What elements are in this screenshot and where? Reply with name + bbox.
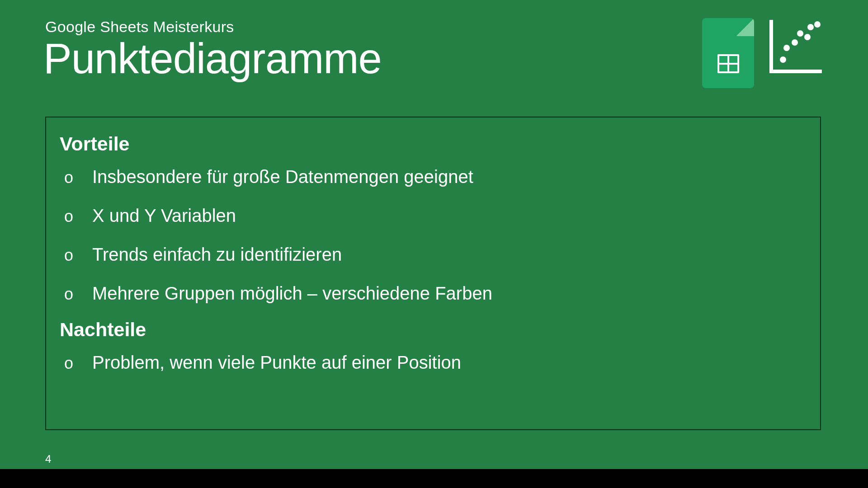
bullet-marker: o — [64, 354, 92, 372]
slide-title: Punktediagramme — [43, 34, 382, 83]
slide: Google Sheets Meisterkurs Punktediagramm… — [0, 0, 868, 469]
bullet-marker: o — [64, 246, 92, 264]
slide-subtitle: Google Sheets Meisterkurs — [45, 18, 234, 36]
list-item-text: Insbesondere für große Datenmengen geeig… — [92, 167, 473, 187]
list-item: oInsbesondere für große Datenmengen geei… — [60, 167, 807, 187]
scatter-chart-icon — [768, 20, 822, 74]
svg-point-6 — [804, 34, 811, 40]
icon-group — [702, 18, 822, 88]
content-box: Vorteile oInsbesondere für große Datenme… — [45, 117, 821, 430]
disadvantages-heading: Nachteile — [60, 319, 807, 341]
disadvantages-list: oProblem, wenn viele Punkte auf einer Po… — [60, 352, 807, 372]
svg-point-7 — [807, 24, 814, 30]
google-sheets-icon — [702, 18, 754, 88]
grid-icon — [717, 54, 739, 73]
list-item-text: Trends einfach zu identifizieren — [92, 244, 342, 264]
svg-point-3 — [783, 45, 790, 51]
list-item: oX und Y Variablen — [60, 206, 807, 225]
list-item: oTrends einfach zu identifizieren — [60, 244, 807, 264]
bullet-marker: o — [64, 207, 92, 225]
bullet-marker: o — [64, 285, 92, 303]
list-item: oProblem, wenn viele Punkte auf einer Po… — [60, 352, 807, 372]
list-item-text: X und Y Variablen — [92, 206, 236, 225]
svg-point-5 — [797, 30, 803, 37]
list-item: oMehrere Gruppen möglich – verschiedene … — [60, 283, 807, 303]
advantages-list: oInsbesondere für große Datenmengen geei… — [60, 167, 807, 303]
page-number: 4 — [45, 453, 51, 465]
list-item-text: Mehrere Gruppen möglich – verschiedene F… — [92, 283, 492, 303]
page-fold — [736, 18, 754, 36]
svg-point-4 — [792, 39, 798, 46]
svg-point-8 — [814, 21, 821, 28]
file-shape — [702, 18, 754, 88]
list-item-text: Problem, wenn viele Punkte auf einer Pos… — [92, 352, 461, 372]
video-bottom-bar — [0, 469, 868, 488]
advantages-heading: Vorteile — [60, 133, 807, 155]
bullet-marker: o — [64, 169, 92, 187]
svg-point-2 — [780, 56, 786, 63]
